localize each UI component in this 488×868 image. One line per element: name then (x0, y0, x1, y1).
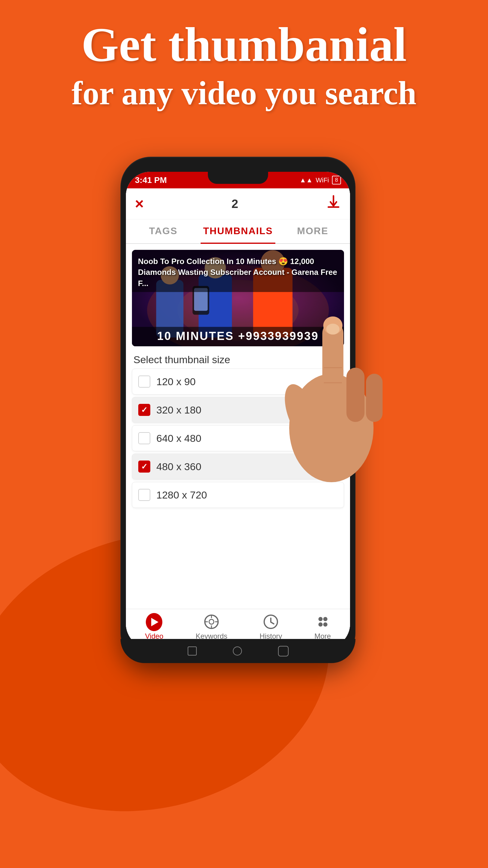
video-nav-icon (146, 614, 162, 630)
video-title-overlay: Noob To Pro Collection In 10 Minutes 😍 1… (138, 256, 338, 289)
phone-notch (208, 172, 268, 184)
tab-more[interactable]: MORE (275, 219, 350, 243)
size-label-640x480: 640 x 480 (156, 433, 201, 444)
more-nav-icon (315, 614, 331, 630)
nav-item-video[interactable]: Video (139, 611, 170, 644)
checkbox-320x180[interactable] (138, 404, 150, 416)
history-nav-icon (263, 614, 279, 630)
svg-rect-29 (322, 322, 344, 407)
phone-mockup: 3:41 PM ▲▲ WiFi 8 × 2 (121, 157, 367, 669)
nav-item-keywords[interactable]: Keywords (190, 611, 233, 644)
hand-illustration (271, 307, 392, 488)
svg-rect-31 (366, 374, 383, 422)
svg-point-15 (209, 619, 214, 624)
app-header: × 2 (126, 188, 350, 219)
download-button[interactable] (326, 194, 341, 213)
header-section: Get thumbanial for any video you search (0, 18, 488, 113)
status-time: 3:41 PM (135, 176, 167, 185)
size-label-320x180: 320 x 180 (156, 404, 201, 416)
size-label-480x360: 480 x 360 (156, 461, 201, 472)
phone-home-btn (233, 647, 242, 655)
svg-line-22 (271, 622, 274, 624)
phone-hardware-nav (121, 639, 355, 663)
wifi-icon: WiFi (316, 176, 329, 184)
keywords-nav-icon (203, 614, 220, 630)
svg-point-23 (318, 617, 323, 621)
header-title: Get thumbanial (18, 18, 470, 71)
svg-point-26 (323, 622, 327, 627)
checkbox-120x90[interactable] (138, 375, 150, 388)
size-label-1280x720: 1280 x 720 (156, 489, 207, 501)
signal-icon: ▲▲ (299, 176, 313, 184)
play-button-icon (146, 613, 162, 631)
play-triangle (151, 618, 158, 626)
size-label-120x90: 120 x 90 (156, 376, 195, 388)
close-button[interactable]: × (135, 195, 144, 213)
phone-recent-btn (278, 646, 289, 656)
svg-point-35 (326, 324, 339, 335)
selection-count: 2 (231, 197, 238, 211)
svg-rect-30 (347, 368, 364, 422)
status-icons: ▲▲ WiFi 8 (299, 176, 341, 184)
phone-back-btn (188, 647, 197, 655)
nav-item-more[interactable]: More (308, 611, 337, 644)
battery-icon: 8 (332, 176, 341, 184)
header-subtitle: for any video you search (18, 74, 470, 113)
checkbox-1280x720[interactable] (138, 489, 150, 501)
tab-thumbnails[interactable]: THUMBNAILS (201, 219, 275, 244)
svg-point-24 (323, 617, 327, 621)
svg-point-25 (318, 622, 323, 627)
checkbox-480x360[interactable] (138, 461, 150, 472)
checkbox-640x480[interactable] (138, 432, 150, 444)
nav-item-history[interactable]: History (254, 611, 288, 644)
tab-tags[interactable]: TAGS (126, 219, 201, 243)
tab-bar: TAGS THUMBNAILS MORE (126, 219, 350, 244)
